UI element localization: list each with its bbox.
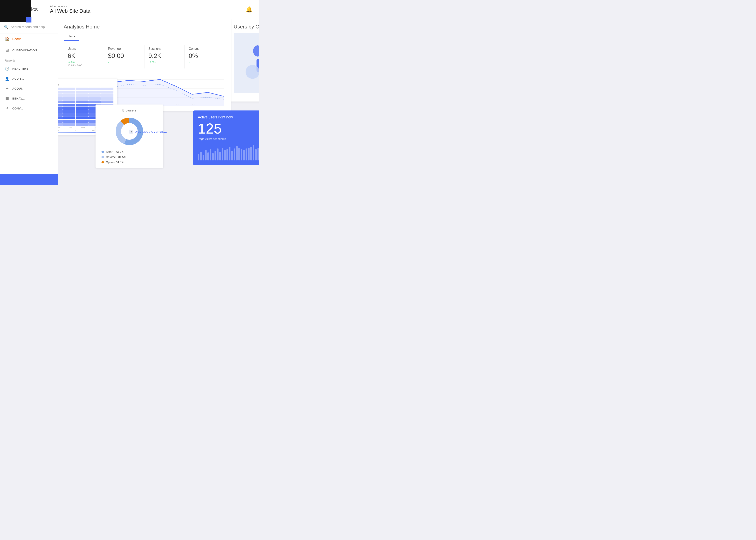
heatmap-cell xyxy=(101,100,113,103)
heatmap-cell xyxy=(63,113,75,116)
country-card: Users by Country xyxy=(229,19,259,101)
sidebar-item-audience[interactable]: 👤 AUDIE... xyxy=(0,73,58,83)
heatmap-cell xyxy=(63,87,75,90)
heatmap-cell xyxy=(63,104,75,106)
active-bar xyxy=(250,147,252,160)
active-bar xyxy=(238,148,240,160)
heatmap-cell xyxy=(76,94,88,97)
active-bar xyxy=(246,149,247,160)
heatmap-cell xyxy=(88,94,101,97)
tab-users[interactable]: Users xyxy=(64,33,79,41)
day-wed: Wed xyxy=(77,127,89,129)
search-bar[interactable]: 🔍 Search reports and help xyxy=(0,21,58,34)
heatmap-cell xyxy=(76,100,88,103)
heatmap-cell xyxy=(63,107,75,110)
active-bar xyxy=(258,148,259,160)
metric-users-value: 6K xyxy=(68,52,100,60)
active-bar xyxy=(248,148,250,160)
country-card-title: Users by Country xyxy=(234,24,259,30)
sidebar-item-customisation[interactable]: ⊞ CUSTOMISATION xyxy=(0,45,58,56)
heatmap-cell xyxy=(76,110,88,113)
sidebar-item-behaviour[interactable]: ▦ BEHAV... xyxy=(0,93,58,103)
search-placeholder-text: Search reports and help xyxy=(11,25,45,29)
metric-sessions-label: Sessions xyxy=(149,47,181,51)
legend-opera: Opera - 31.5% xyxy=(101,161,157,164)
heatmap-cell xyxy=(58,87,63,90)
active-bar xyxy=(243,150,245,160)
heatmap-cell xyxy=(58,100,63,103)
heatmap-cell xyxy=(101,97,113,100)
metric-conversions: Conve... 0% - xyxy=(185,45,225,68)
legend-chrome: Chrome - 31.5% xyxy=(101,156,157,159)
svg-text:23: 23 xyxy=(192,103,194,106)
metric-users: Users 6K ↑4.8% vs last 7 days xyxy=(64,45,104,68)
metrics-tabs: Users xyxy=(64,33,225,41)
metric-revenue-change: - xyxy=(108,61,140,64)
sidebar-item-acquisition[interactable]: ✦ ACQUI... xyxy=(0,83,58,93)
active-bar xyxy=(210,149,211,160)
heatmap-cell xyxy=(88,91,101,93)
active-bar xyxy=(198,154,199,160)
active-bar xyxy=(231,151,233,160)
breadcrumb-parent[interactable]: All accounts › xyxy=(50,5,90,8)
heatmap-cell xyxy=(101,87,113,90)
scale-75: 75 xyxy=(74,129,76,131)
metric-users-sub: vs last 7 days xyxy=(68,64,100,67)
grid-icon: ⊞ xyxy=(5,48,10,53)
dropdown-arrow[interactable]: ▼ xyxy=(129,130,133,134)
active-bar xyxy=(217,149,218,160)
scale-110: 110 xyxy=(92,129,95,131)
active-bar xyxy=(236,146,238,160)
browsers-title: Browsers xyxy=(99,108,159,112)
sidebar-item-home[interactable]: 🏠 HOME xyxy=(0,34,58,45)
heatmap-cell xyxy=(101,94,113,97)
metric-sessions-value: 9.2K xyxy=(149,52,181,60)
heatmap-cell xyxy=(63,94,75,97)
heatmap-cell xyxy=(76,113,88,116)
heatmap-cell xyxy=(63,116,75,119)
heatmap-cell xyxy=(58,113,63,116)
heatmap-cell xyxy=(63,123,75,126)
active-bar xyxy=(200,152,202,160)
active-users-number: 125 xyxy=(198,121,259,136)
sidebar-item-conversions[interactable]: 🏳 CONV... xyxy=(0,103,58,113)
heatmap-cell xyxy=(63,91,75,93)
heatmap-cell xyxy=(76,107,88,110)
heatmap-cell xyxy=(88,87,101,90)
legend-safari-label: Safari - 53.9% xyxy=(106,150,124,154)
active-users-chart xyxy=(198,145,259,160)
scale-40: 40 xyxy=(58,129,59,131)
legend-safari: Safari - 53.9% xyxy=(101,150,157,154)
browser-legend: Safari - 53.9% Chrome - 31.5% Opera - 31… xyxy=(99,150,159,164)
sidebar-bottom-accent xyxy=(0,174,58,185)
sidebar-item-realtime[interactable]: 🕐 REAL-TIME xyxy=(0,64,58,73)
metric-revenue-label: Revenue xyxy=(108,47,140,51)
active-bar xyxy=(255,149,257,160)
sidebar-home-label: HOME xyxy=(12,38,21,41)
heatmap-cell xyxy=(88,97,101,100)
search-icon: 🔍 xyxy=(4,25,8,29)
active-bar xyxy=(229,147,230,160)
active-users-card: Active users right now 125 Page views pe… xyxy=(193,110,259,165)
acquisition-icon: ✦ xyxy=(5,86,10,91)
bell-icon[interactable]: 🔔 xyxy=(246,6,253,13)
metric-revenue: Revenue $0.00 - xyxy=(104,45,145,68)
home-icon: 🏠 xyxy=(5,37,10,42)
breadcrumb: All accounts › All Web Site Data xyxy=(50,5,90,14)
active-bar xyxy=(234,149,235,160)
heatmap-cell xyxy=(76,91,88,93)
heatmap-cell xyxy=(63,100,75,103)
metric-conversions-value: 0% xyxy=(189,52,221,60)
active-bar xyxy=(212,153,214,160)
heatmap-cell xyxy=(76,97,88,100)
heatmap-cell xyxy=(58,116,63,119)
active-bar xyxy=(202,155,204,160)
svg-rect-8 xyxy=(234,33,259,93)
heatmap-cell xyxy=(76,116,88,119)
active-bar xyxy=(205,150,206,160)
metric-conversions-label: Conve... xyxy=(189,47,221,51)
metric-conversions-change: - xyxy=(189,61,221,64)
active-bar xyxy=(226,149,228,160)
legend-opera-label: Opera - 31.5% xyxy=(106,161,124,164)
legend-chrome-label: Chrome - 31.5% xyxy=(106,156,126,159)
